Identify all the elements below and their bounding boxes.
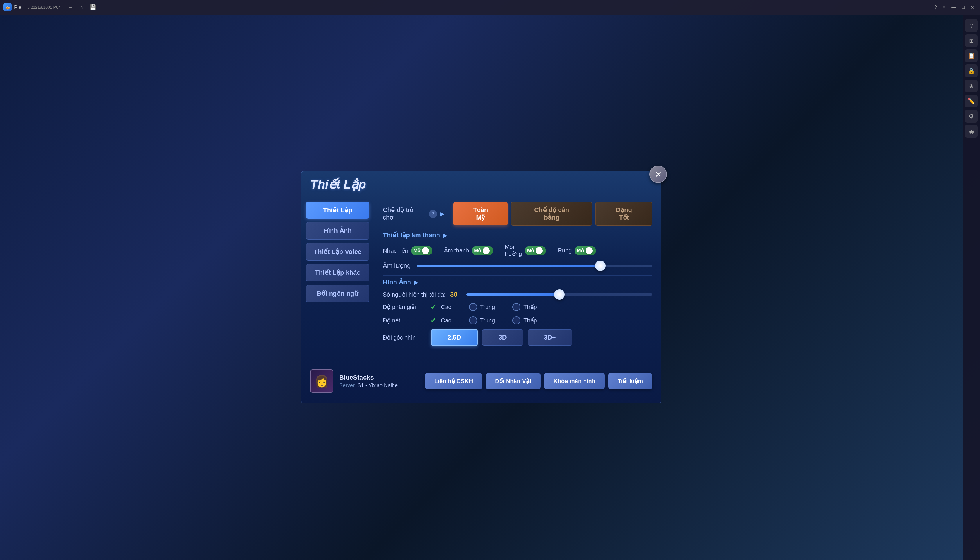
app-title: Pie [14,4,22,10]
nav-item-hinh-anh[interactable]: Hình Ảnh [306,222,370,240]
mode-btn-che-do-can-bang[interactable]: Chế độ cân bằng [511,202,592,226]
nhac-nen-label: Nhạc nền [383,247,408,254]
sharpness-option-cao[interactable]: ✓ Cao [429,316,452,325]
dialog-title-bar: Thiết Lập [302,172,661,196]
rung-toggle-circle [585,247,593,254]
moi-truong-toggle[interactable]: Mở [525,246,546,255]
sharpness-label: Độ nét [383,317,427,324]
volume-slider-thumb[interactable] [595,260,606,271]
btn-lien-he-cskh[interactable]: Liên hệ CSKH [425,373,482,389]
nav-item-thiet-lap-voice[interactable]: Thiết Lập Voice [306,243,370,260]
sharpness-trung-circle [469,316,477,325]
sidebar-icon-4[interactable]: 🔒 [965,65,978,77]
view-angle-row: Đổi góc nhìn 2.5D 3D 3D+ [383,329,652,346]
footer-buttons: Liên hệ CSKH Đổi Nhân Vật Khóa màn hình … [425,373,652,389]
sound-section-header: Thiết lập âm thanh ▶ [383,232,652,239]
minimize-button[interactable]: — [949,3,958,11]
sidebar-icon-6[interactable]: ✏️ [965,95,978,107]
game-mode-label: Chế độ trò chơi [383,206,426,221]
resolution-option-thap[interactable]: Thấp [512,302,537,312]
sharpness-options: ✓ Cao Trung Thấp [429,316,537,325]
game-mode-row: Chế độ trò chơi ? ▶ Toàn Mỹ Chế độ cân b… [383,202,652,226]
sharpness-option-trung[interactable]: Trung [469,316,495,325]
mode-btn-dang-tot[interactable]: Dạng Tốt [595,202,652,226]
max-persons-slider-track[interactable] [467,293,652,296]
window-controls: ? ≡ — □ ✕ [932,3,977,11]
user-avatar: 👩 [310,370,333,393]
sharpness-thap-label: Thấp [523,317,537,324]
volume-slider-track[interactable] [417,265,652,267]
sharpness-thap-circle [512,316,520,325]
rung-toggle-label: Mở [577,248,583,253]
dialog-close-button[interactable]: ✕ [650,165,667,183]
sidebar-icon-3[interactable]: 📋 [965,49,978,62]
sharpness-option-thap[interactable]: Thấp [512,316,537,325]
view-btn-3d[interactable]: 3D [482,329,523,346]
am-thanh-toggle[interactable]: Mở [472,246,493,255]
dialog-footer: 👩 BlueStacks Server S1 - Yixiao Naihe Li… [302,365,661,397]
sidebar-icon-2[interactable]: ⊞ [965,34,978,47]
home-button[interactable]: ⌂ [77,3,85,12]
resolution-label: Độ phân giải [383,303,427,310]
btn-doi-nhan-vat[interactable]: Đổi Nhân Vật [486,373,540,389]
nav-buttons: ← ⌂ 💾 [65,3,98,12]
nav-item-thiet-lap-khac[interactable]: Thiết Lập khác [306,264,370,282]
user-info: BlueStacks Server S1 - Yixiao Naihe [339,374,398,388]
sidebar-icon-5[interactable]: ⊕ [965,80,978,92]
right-sidebar: ? ⊞ 📋 🔒 ⊕ ✏️ ⚙ ◉ [963,15,980,560]
volume-slider-row: Âm lượng [383,262,652,270]
nav-item-thiet-lap[interactable]: Thiết Lập [306,202,370,219]
maximize-button[interactable]: □ [959,3,967,11]
volume-slider-fill [417,265,600,267]
game-mode-label-group: Chế độ trò chơi ? ▶ [383,206,444,221]
save-button[interactable]: 💾 [87,3,98,12]
view-btn-3d-plus[interactable]: 3D+ [528,329,572,346]
nhac-nen-toggle-label: Mở [413,248,420,253]
sidebar-icon-8[interactable]: ◉ [965,125,978,138]
resolution-thap-label: Thấp [523,303,537,310]
sidebar-icon-7[interactable]: ⚙ [965,110,978,123]
game-mode-arrow: ▶ [440,210,444,217]
help-button[interactable]: ? [932,3,939,11]
max-persons-slider-thumb[interactable] [554,289,565,300]
user-server-row: Server S1 - Yixiao Naihe [339,383,398,388]
nhac-nen-toggle[interactable]: Mở [411,246,432,255]
btn-tiet-kiem[interactable]: Tiết kiệm [608,373,652,389]
image-section-arrow: ▶ [414,279,418,286]
resolution-options: ✓ Cao Trung Thấp [429,302,537,312]
user-name: BlueStacks [339,374,398,382]
back-button[interactable]: ← [65,3,75,12]
sharpness-row: Độ nét ✓ Cao Trung Thấp [383,316,652,325]
am-thanh-toggle-label: Mở [474,248,481,253]
close-window-button[interactable]: ✕ [968,3,977,11]
max-persons-slider-fill [467,293,559,296]
resolution-option-trung[interactable]: Trung [469,302,495,312]
sharpness-trung-label: Trung [480,317,495,324]
max-persons-value: 30 [450,291,457,298]
resolution-option-cao[interactable]: ✓ Cao [429,302,452,312]
sidebar-icon-1[interactable]: ? [965,19,978,32]
sound-item-am-thanh: Âm thanh Mở [444,246,493,255]
moi-truong-toggle-circle [536,247,543,254]
moi-truong-label: Môitrường [505,244,522,257]
rung-toggle[interactable]: Mở [575,246,596,255]
app-icon: 🥧 [3,3,12,11]
nav-item-doi-ngon-ngu[interactable]: Đổi ngôn ngữ [306,285,370,302]
am-thanh-toggle-circle [483,247,490,254]
resolution-cao-label: Cao [441,304,452,310]
mode-btn-toan-my[interactable]: Toàn Mỹ [453,202,508,225]
help-icon[interactable]: ? [429,210,437,218]
more-button[interactable]: ≡ [940,3,948,11]
resolution-thap-circle [512,303,520,311]
am-thanh-label: Âm thanh [444,247,469,254]
dialog-overlay: ✕ Thiết Lập Thiết Lập Hình Ảnh Thiết Lập… [0,15,963,560]
view-btn-2-5d[interactable]: 2.5D [431,329,478,346]
moi-truong-toggle-label: Mở [527,248,534,253]
top-bar: 🥧 Pie 5.21218.1001 P64 ← ⌂ 💾 ? ≡ — □ ✕ [0,0,980,15]
settings-dialog: ✕ Thiết Lập Thiết Lập Hình Ảnh Thiết Lập… [301,171,662,403]
divider-1 [383,275,652,276]
btn-khoa-man-hinh[interactable]: Khóa màn hình [544,373,605,389]
sharpness-cao-check: ✓ [429,316,438,325]
server-value: S1 - Yixiao Naihe [358,383,398,388]
sound-item-rung: Rung Mở [558,246,596,255]
